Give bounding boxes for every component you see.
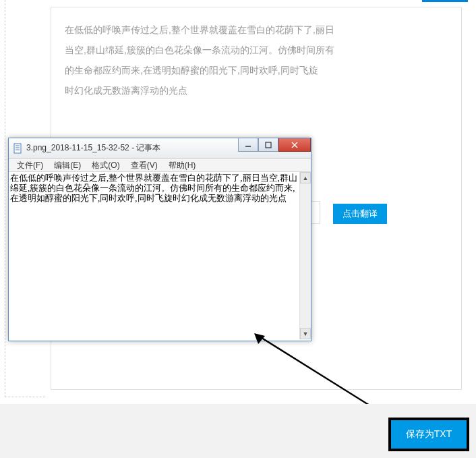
scroll-down-icon[interactable]: ▼ [300, 328, 311, 339]
top-accent-line [422, 0, 468, 2]
content-text: 在低低的呼唤声传过之后,整个世界就覆盖在雪白的花荫下了,丽日 当空,群山绵延,簇… [65, 20, 448, 101]
scroll-up-icon[interactable]: ▲ [300, 172, 311, 183]
notepad-titlebar[interactable]: 3.png_2018-11-15_15-32-52 - 记事本 [9, 138, 311, 159]
translate-button[interactable]: 点击翻译 [333, 204, 387, 224]
close-button[interactable] [278, 138, 311, 152]
save-txt-highlight: 保存为TXT [388, 418, 469, 451]
content-line: 当空,群山绵延,簇簇的白色花朵像一条流动的江河。仿佛时间所有 [65, 40, 448, 60]
menu-format[interactable]: 格式(O) [86, 159, 125, 171]
svg-rect-5 [266, 142, 271, 148]
save-txt-button[interactable]: 保存为TXT [391, 420, 467, 449]
maximize-button[interactable] [258, 138, 278, 152]
notepad-textarea[interactable]: 在低低的呼唤声传过之后,整个世界就覆盖在雪白的花荫下了,丽日当空,群山绵延,簇簇… [9, 172, 299, 339]
menu-file[interactable]: 文件(F) [11, 159, 49, 171]
notepad-window: 3.png_2018-11-15_15-32-52 - 记事本 文件(F) 编辑… [8, 138, 311, 341]
notepad-body: 在低低的呼唤声传过之后,整个世界就覆盖在雪白的花荫下了,丽日当空,群山绵延,簇簇… [9, 172, 311, 339]
minimize-button[interactable] [238, 138, 258, 152]
notepad-app-icon [13, 143, 24, 154]
content-line: 在低低的呼唤声传过之后,整个世界就覆盖在雪白的花荫下了,丽日 [65, 20, 448, 40]
menu-view[interactable]: 查看(V) [125, 159, 163, 171]
menu-help[interactable]: 帮助(H) [163, 159, 202, 171]
content-line: 的生命都应约而来,在透明如醇蜜的阳光下,同时欢呼,同时飞旋 [65, 60, 448, 80]
notepad-title: 3.png_2018-11-15_15-32-52 - 记事本 [26, 142, 160, 154]
content-line: 时幻化成无数游离浮动的光点 [65, 80, 448, 101]
dashed-bottom-border [5, 397, 45, 397]
window-controls [238, 138, 311, 152]
vertical-scrollbar[interactable]: ▲ ▼ [299, 172, 311, 339]
svg-rect-0 [14, 144, 21, 153]
menu-edit[interactable]: 编辑(E) [49, 159, 86, 171]
notepad-menubar: 文件(F) 编辑(E) 格式(O) 查看(V) 帮助(H) [9, 159, 311, 172]
